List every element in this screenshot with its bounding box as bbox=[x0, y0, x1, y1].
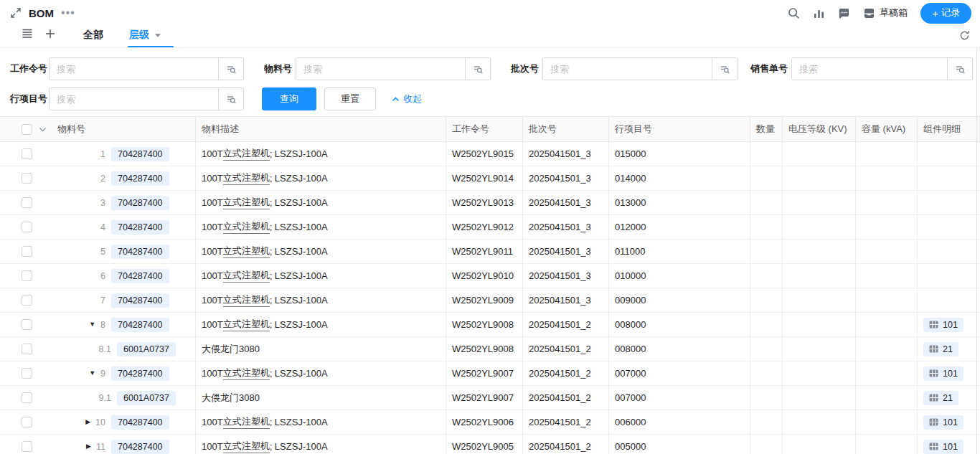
draftbox-label: 草稿箱 bbox=[880, 6, 908, 19]
material-no-tag[interactable]: 704287400 bbox=[111, 318, 169, 332]
table-row: 4 704287400 100T立式注塑机; LSZSJ-100A W2502Y… bbox=[0, 215, 980, 240]
tab-all[interactable]: 全部 bbox=[83, 26, 103, 44]
material-no-tag[interactable]: 704287400 bbox=[111, 245, 169, 259]
sales-order-search-input[interactable] bbox=[792, 58, 947, 80]
material-no-tag[interactable]: 704287400 bbox=[111, 147, 169, 161]
batch-cell: 2025041501_2 bbox=[522, 410, 608, 434]
advanced-search-icon[interactable] bbox=[465, 58, 490, 80]
comment-icon[interactable] bbox=[838, 7, 850, 19]
row-checkbox[interactable] bbox=[22, 417, 32, 427]
table-grid-icon bbox=[929, 418, 938, 426]
table-row: 8.1 6001A0737 大偎龙门3080 W2502YL9008 20250… bbox=[0, 337, 980, 361]
row-num-box: 1 bbox=[32, 149, 105, 159]
component-pill[interactable]: 101 bbox=[923, 440, 963, 454]
row-checkbox[interactable] bbox=[22, 222, 32, 232]
expand-icon[interactable] bbox=[10, 7, 22, 19]
header-capacity: 容量 (kVA) bbox=[855, 117, 917, 141]
material-no-tag[interactable]: 704287400 bbox=[111, 415, 169, 430]
index-cell: 5 704287400 bbox=[0, 240, 195, 263]
work-order-search-input[interactable] bbox=[50, 58, 218, 80]
capacity-cell bbox=[855, 142, 917, 166]
row-number: 7 bbox=[100, 295, 105, 306]
row-num-box: ▼ 8 bbox=[32, 320, 105, 330]
desc-text: 大偎龙门3080 bbox=[202, 392, 260, 405]
desc-suffix-text: ; LSZSJ-100A bbox=[270, 222, 328, 232]
component-pill[interactable]: 21 bbox=[923, 391, 958, 405]
material-no-tag[interactable]: 704287400 bbox=[111, 269, 169, 283]
row-checkbox[interactable] bbox=[22, 319, 32, 330]
row-number: 8.1 bbox=[99, 344, 111, 354]
expand-toggle-icon[interactable]: ▶ bbox=[86, 443, 91, 450]
desc-suffix-text: ; LSZSJ-100A bbox=[270, 319, 328, 330]
advanced-search-icon[interactable] bbox=[218, 58, 243, 80]
row-checkbox[interactable] bbox=[22, 148, 32, 159]
draftbox-button[interactable]: 草稿箱 bbox=[863, 6, 908, 19]
row-number: 2 bbox=[100, 174, 105, 184]
row-checkbox[interactable] bbox=[22, 441, 32, 452]
line-item-search-input[interactable] bbox=[50, 88, 218, 110]
line-item-cell: 006000 bbox=[608, 410, 750, 434]
expand-toggle-icon[interactable]: ▼ bbox=[89, 370, 95, 377]
component-pill[interactable]: 101 bbox=[923, 318, 963, 332]
batch-cell: 2025041501_3 bbox=[522, 215, 608, 239]
tab-hierarchy[interactable]: 层级 bbox=[129, 26, 161, 44]
top-bar: BOM ••• 草稿箱 + 记录 bbox=[0, 0, 980, 26]
batch-cell: 2025041501_2 bbox=[522, 435, 608, 454]
row-num-box: 5 bbox=[32, 247, 105, 257]
row-checkbox[interactable] bbox=[22, 344, 32, 354]
voltage-cell bbox=[782, 166, 855, 190]
row-checkbox[interactable] bbox=[22, 197, 32, 208]
more-menu-icon[interactable]: ••• bbox=[61, 9, 75, 16]
material-no-tag[interactable]: 704287400 bbox=[111, 220, 169, 235]
search-icon[interactable] bbox=[788, 7, 800, 19]
component-count: 101 bbox=[943, 442, 958, 452]
work-order-cell: W2502YL9014 bbox=[446, 166, 522, 190]
row-number: 11 bbox=[96, 442, 105, 452]
table-row: 9.1 6001A0737 大偎龙门3080 W2502YL9007 20250… bbox=[0, 386, 980, 410]
row-num-box: 8.1 bbox=[32, 344, 111, 354]
row-num-box: 3 bbox=[32, 198, 105, 208]
row-checkbox[interactable] bbox=[22, 270, 32, 281]
batch-search-input[interactable] bbox=[543, 58, 712, 80]
advanced-search-icon[interactable] bbox=[947, 58, 972, 80]
material-search-input[interactable] bbox=[296, 58, 465, 80]
select-all-checkbox[interactable] bbox=[22, 124, 32, 135]
desc-underlined-text: 立式注塑机 bbox=[223, 366, 270, 380]
desc-suffix-text: ; LSZSJ-100A bbox=[270, 197, 328, 208]
row-checkbox[interactable] bbox=[22, 295, 32, 306]
reset-button[interactable]: 重置 bbox=[324, 88, 376, 110]
advanced-search-icon[interactable] bbox=[218, 88, 243, 110]
material-no-tag[interactable]: 704287400 bbox=[111, 293, 169, 308]
row-checkbox[interactable] bbox=[22, 246, 32, 257]
add-record-button[interactable]: + 记录 bbox=[920, 3, 971, 24]
add-view-icon[interactable] bbox=[44, 28, 56, 39]
table-grid-icon bbox=[929, 345, 938, 353]
voltage-cell bbox=[782, 142, 855, 166]
expand-toggle-icon[interactable]: ▼ bbox=[89, 321, 95, 328]
chevron-down-icon[interactable] bbox=[39, 126, 47, 133]
material-no-tag[interactable]: 704287400 bbox=[111, 440, 169, 454]
collapse-filters-link[interactable]: 收起 bbox=[392, 88, 422, 110]
material-no-tag[interactable]: 704287400 bbox=[111, 196, 169, 210]
view-list-icon[interactable] bbox=[22, 28, 33, 39]
qty-cell bbox=[750, 288, 782, 312]
advanced-search-icon[interactable] bbox=[712, 58, 737, 80]
material-no-tag[interactable]: 704287400 bbox=[111, 366, 169, 381]
row-checkbox[interactable] bbox=[22, 173, 32, 184]
component-pill[interactable]: 101 bbox=[923, 366, 963, 381]
capacity-cell bbox=[855, 337, 917, 361]
row-checkbox[interactable] bbox=[22, 368, 32, 379]
material-no-tag[interactable]: 704287400 bbox=[111, 171, 169, 186]
material-desc-cell: 大偎龙门3080 bbox=[195, 386, 446, 410]
refresh-icon[interactable] bbox=[959, 30, 970, 41]
material-no-tag[interactable]: 6001A0737 bbox=[117, 391, 176, 405]
component-pill[interactable]: 21 bbox=[923, 342, 958, 356]
index-cell: ▶ 10 704287400 bbox=[0, 410, 195, 434]
material-no-tag[interactable]: 6001A0737 bbox=[117, 342, 176, 356]
query-button[interactable]: 查询 bbox=[262, 88, 316, 110]
chart-icon[interactable] bbox=[813, 7, 825, 19]
component-pill[interactable]: 101 bbox=[923, 415, 963, 430]
desc-suffix-text: ; LSZSJ-100A bbox=[270, 246, 328, 257]
expand-toggle-icon[interactable]: ▶ bbox=[85, 419, 90, 425]
row-checkbox[interactable] bbox=[22, 392, 32, 403]
